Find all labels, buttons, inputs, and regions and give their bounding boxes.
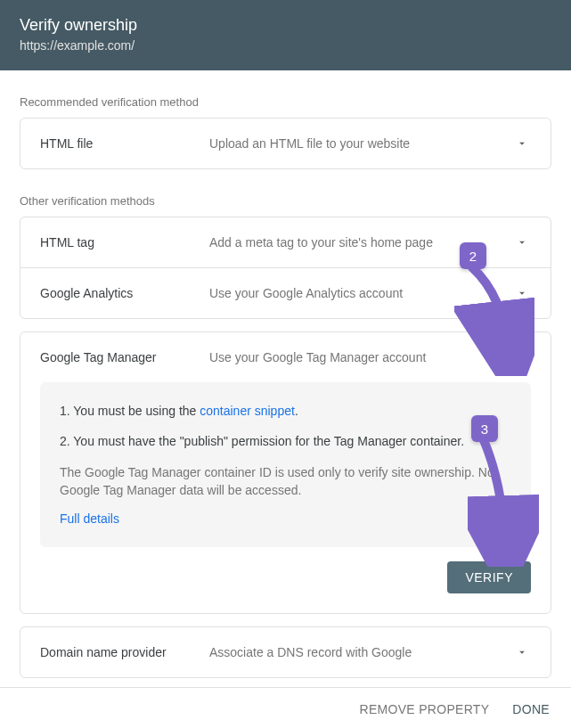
chevron-down-icon (513, 646, 531, 658)
method-row-dns[interactable]: Domain name provider Associate a DNS rec… (20, 627, 551, 677)
dialog-url: https://example.com/ (20, 38, 551, 53)
section-label-other: Other verification methods (20, 194, 551, 208)
other-card-dns: Domain name provider Associate a DNS rec… (20, 626, 551, 678)
dialog-title: Verify ownership (20, 16, 551, 35)
gtm-details-panel: 1. You must be using the container snipp… (40, 382, 531, 547)
dialog-header: Verify ownership https://example.com/ (0, 0, 571, 70)
full-details-link[interactable]: Full details (60, 511, 119, 526)
recommended-card: HTML file Upload an HTML file to your we… (20, 118, 551, 169)
gtm-requirement-2: 2. You must have the "publish" permissio… (60, 432, 511, 450)
chevron-down-icon (513, 137, 531, 150)
container-snippet-link[interactable]: container snippet (200, 404, 295, 418)
method-name: Domain name provider (40, 645, 209, 659)
done-button[interactable]: DONE (512, 702, 550, 716)
method-name: HTML file (40, 136, 209, 151)
method-name: Google Tag Manager (40, 350, 209, 364)
dialog-footer: REMOVE PROPERTY DONE (0, 687, 571, 728)
gtm-note: The Google Tag Manager container ID is u… (60, 463, 511, 500)
annotation-arrow-2 (454, 260, 534, 376)
method-row-html-file[interactable]: HTML file Upload an HTML file to your we… (20, 119, 551, 168)
method-name: HTML tag (40, 235, 209, 249)
method-desc: Upload an HTML file to your website (209, 136, 513, 151)
gtm-requirement-1: 1. You must be using the container snipp… (60, 402, 511, 420)
chevron-down-icon (513, 236, 531, 249)
annotation-arrow-3 (468, 433, 539, 567)
method-name: Google Analytics (40, 286, 209, 300)
method-desc: Associate a DNS record with Google (209, 645, 513, 659)
remove-property-button[interactable]: REMOVE PROPERTY (360, 702, 490, 716)
section-label-recommended: Recommended verification method (20, 95, 551, 109)
